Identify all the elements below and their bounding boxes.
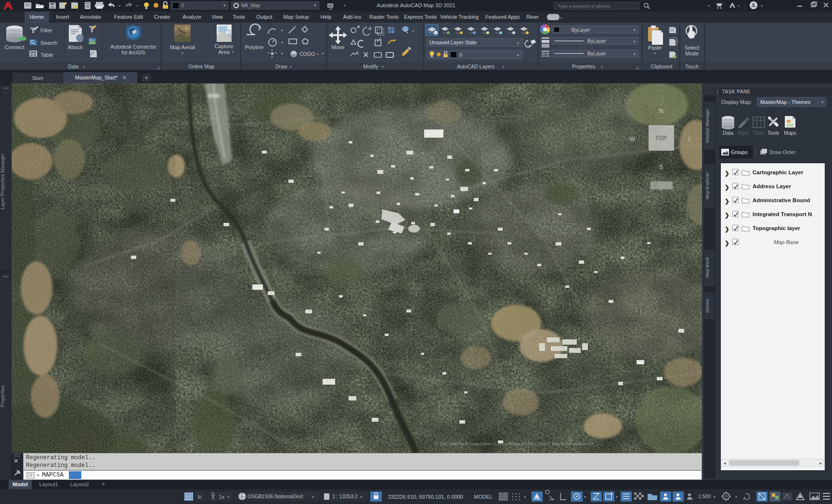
svg-text:ByLayer: ByLayer — [587, 38, 606, 44]
svg-text:◿: ◿ — [156, 65, 159, 70]
svg-text:Maps: Maps — [784, 130, 796, 136]
svg-text:Filter: Filter — [40, 27, 52, 33]
svg-text:Draw: Draw — [275, 64, 287, 69]
svg-text:1:500: 1:500 — [698, 493, 711, 499]
svg-text:ByLayer: ByLayer — [572, 27, 590, 33]
svg-text:Properties: Properties — [572, 64, 595, 69]
svg-text:TOP: TOP — [655, 135, 667, 142]
svg-text:Online Map: Online Map — [188, 64, 214, 69]
svg-text:◂: ◂ — [322, 51, 324, 55]
svg-text:for ArcGIS: for ArcGIS — [122, 50, 145, 55]
svg-text:Touch: Touch — [685, 64, 699, 69]
svg-text:Move: Move — [332, 44, 345, 50]
svg-text:▾: ▾ — [517, 41, 519, 45]
svg-text:▾: ▾ — [227, 495, 229, 499]
svg-text:▾: ▾ — [502, 65, 504, 68]
svg-text:232226.510, 93750.101, 0.0000: 232226.510, 93750.101, 0.0000 — [388, 494, 463, 500]
svg-text:Capture: Capture — [214, 43, 233, 49]
svg-text:Connect: Connect — [5, 44, 25, 50]
svg-text:Polyline: Polyline — [245, 44, 264, 50]
svg-text:0: 0 — [459, 52, 462, 58]
svg-text:▾: ▾ — [83, 65, 85, 68]
svg-text:▾: ▾ — [761, 4, 763, 8]
svg-text:1 : 13253.2: 1 : 13253.2 — [332, 493, 358, 499]
svg-text:COGO: COGO — [299, 51, 315, 57]
svg-text:Mode: Mode — [685, 51, 699, 56]
svg-text:▾: ▾ — [708, 4, 710, 8]
svg-text:▾: ▾ — [182, 51, 183, 55]
svg-text:Area: Area — [218, 49, 230, 55]
svg-text:Data: Data — [68, 64, 78, 69]
svg-text:MODEL: MODEL — [474, 494, 493, 500]
svg-text:Autodesk Connector: Autodesk Connector — [110, 44, 156, 50]
svg-text:ByLayer: ByLayer — [587, 51, 606, 56]
svg-text:Ⅰc: Ⅰc — [198, 494, 202, 500]
svg-text:▾: ▾ — [634, 39, 636, 44]
svg-text:1x: 1x — [219, 494, 225, 500]
svg-text:Search: Search — [40, 40, 57, 46]
svg-text:▾: ▾ — [601, 65, 603, 68]
svg-text:▾: ▾ — [616, 495, 618, 499]
svg-text:Style: Style — [738, 130, 749, 136]
svg-text:▾: ▾ — [360, 495, 362, 499]
svg-text:▾: ▾ — [735, 495, 737, 499]
svg-text:Tools: Tools — [767, 130, 780, 136]
svg-text:▾: ▾ — [654, 51, 656, 55]
svg-text:AutoCAD Layers: AutoCAD Layers — [457, 64, 494, 69]
svg-text:▾: ▾ — [232, 50, 234, 54]
svg-text:▾: ▾ — [738, 4, 740, 8]
svg-text:E: E — [688, 135, 692, 142]
svg-text:▾: ▾ — [714, 495, 715, 499]
svg-text:OSGB1936.NationalGrid: OSGB1936.NationalGrid — [247, 493, 303, 499]
svg-text:▾: ▾ — [634, 52, 636, 56]
svg-text:Table: Table — [753, 130, 765, 136]
svg-text:Paste: Paste — [648, 45, 662, 51]
svg-text:Modify: Modify — [364, 64, 379, 69]
svg-text:Map Aerial: Map Aerial — [170, 44, 195, 50]
svg-text:▾: ▾ — [412, 29, 414, 33]
svg-text:N: N — [659, 107, 663, 115]
svg-text:W: W — [629, 135, 636, 142]
svg-text:▾: ▾ — [290, 65, 292, 68]
svg-text:▾: ▾ — [634, 28, 636, 32]
svg-text:Select: Select — [685, 45, 700, 51]
svg-text:▾: ▾ — [584, 495, 586, 499]
svg-text:Attach: Attach — [67, 44, 82, 50]
svg-text:Clipboard: Clipboard — [651, 64, 673, 69]
svg-text:Table: Table — [40, 52, 53, 58]
svg-text:◿: ◿ — [635, 65, 638, 70]
svg-text:▾: ▾ — [317, 52, 319, 56]
svg-text:▾: ▾ — [382, 65, 384, 68]
svg-text:▾: ▾ — [524, 495, 526, 499]
svg-text:▾: ▾ — [312, 495, 314, 499]
svg-text:▾: ▾ — [517, 53, 519, 57]
svg-text:© 2021 Microsoft Corporation ©: © 2021 Microsoft Corporation © 2021 Maxa… — [435, 441, 594, 446]
svg-text:S: S — [659, 163, 663, 170]
svg-text:Unsaved Layer State: Unsaved Layer State — [429, 39, 477, 45]
svg-text:Data: Data — [723, 130, 733, 136]
